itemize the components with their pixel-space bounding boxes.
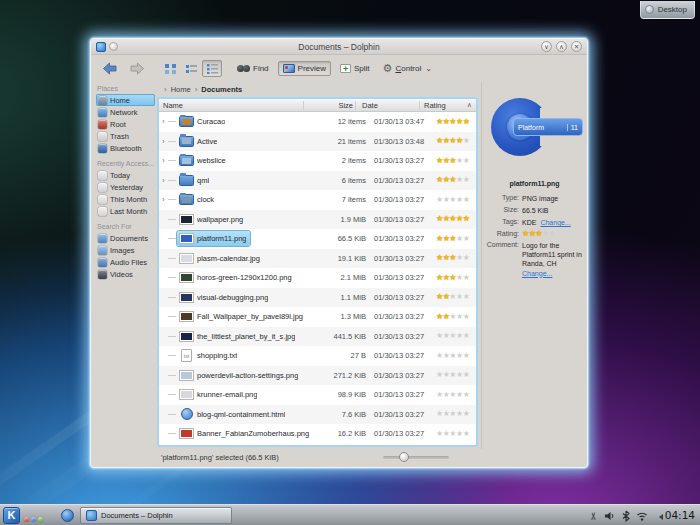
- star-empty-icon[interactable]: ★: [456, 332, 463, 340]
- expander-icon[interactable]: ›: [159, 196, 168, 203]
- sidebar-item-images[interactable]: Images: [96, 244, 155, 256]
- file-name-wrap[interactable]: webslice: [177, 153, 230, 168]
- column-header-size[interactable]: Size: [303, 101, 355, 110]
- rating-stars[interactable]: ★★★★★: [436, 254, 476, 262]
- sidebar-item-yesterday[interactable]: Yesterday: [96, 181, 155, 193]
- find-button[interactable]: Find: [233, 62, 273, 75]
- file-name-wrap[interactable]: Active: [177, 134, 221, 149]
- launcher-dot-red[interactable]: [24, 517, 29, 522]
- star-filled-icon[interactable]: ★: [443, 293, 450, 301]
- forward-button[interactable]: [126, 60, 149, 77]
- sidebar-item-trash[interactable]: Trash: [96, 130, 155, 142]
- sidebar-item-audio-files[interactable]: Audio Files: [96, 256, 155, 268]
- star-filled-icon[interactable]: ★: [443, 313, 450, 321]
- breadcrumb-item-home[interactable]: Home: [171, 85, 191, 94]
- change-tags-link[interactable]: Change...: [540, 218, 570, 227]
- star-empty-icon[interactable]: ★: [456, 391, 463, 399]
- star-filled-icon[interactable]: ★: [456, 118, 463, 126]
- star-empty-icon[interactable]: ★: [456, 235, 463, 243]
- star-empty-icon[interactable]: ★: [463, 254, 470, 262]
- star-empty-icon[interactable]: ★: [443, 430, 450, 438]
- sidebar-item-today[interactable]: Today: [96, 169, 155, 181]
- star-filled-icon[interactable]: ★: [463, 215, 470, 223]
- star-empty-icon[interactable]: ★: [436, 196, 443, 204]
- star-filled-icon[interactable]: ★: [449, 137, 456, 145]
- star-filled-icon[interactable]: ★: [436, 235, 443, 243]
- star-filled-icon[interactable]: ★: [436, 137, 443, 145]
- rating-stars[interactable]: ★★★★★: [436, 274, 476, 282]
- rating-stars[interactable]: ★★★★★: [436, 157, 476, 165]
- star-empty-icon[interactable]: ★: [449, 313, 456, 321]
- star-filled-icon[interactable]: ★: [436, 215, 443, 223]
- star-empty-icon[interactable]: ★: [443, 391, 450, 399]
- star-empty-icon[interactable]: ★: [436, 352, 443, 360]
- star-empty-icon[interactable]: ★: [463, 293, 470, 301]
- file-row[interactable]: krunner-email.png98.9 KiB01/30/13 03:27★…: [159, 385, 476, 405]
- star-empty-icon[interactable]: ★: [463, 352, 470, 360]
- column-header-name[interactable]: Name: [159, 101, 303, 110]
- star-empty-icon[interactable]: ★: [463, 176, 470, 184]
- star-empty-icon[interactable]: ★: [449, 430, 456, 438]
- bluetooth-icon[interactable]: [620, 510, 632, 522]
- file-row[interactable]: the_littlest_planet_by_it_s.jpg441.5 KiB…: [159, 327, 476, 347]
- column-header-date[interactable]: Date: [355, 101, 419, 110]
- file-row[interactable]: ›webslice2 items01/30/13 03:27★★★★★: [159, 151, 476, 171]
- rating-stars[interactable]: ★★★★★: [436, 313, 476, 321]
- maximize-button[interactable]: ∧: [556, 41, 567, 52]
- rating-stars[interactable]: ★★★★★: [436, 332, 476, 340]
- star-empty-icon[interactable]: ★: [443, 410, 450, 418]
- star-empty-icon[interactable]: ★: [463, 430, 470, 438]
- star-empty-icon[interactable]: ★: [449, 293, 456, 301]
- star-filled-icon[interactable]: ★: [436, 157, 443, 165]
- file-row[interactable]: ›clock7 items01/30/13 03:27★★★★★: [159, 190, 476, 210]
- star-empty-icon[interactable]: ★: [463, 157, 470, 165]
- file-row[interactable]: plasm-calendar.jpg19.1 KiB01/30/13 03:27…: [159, 249, 476, 269]
- file-row[interactable]: horos-green-1290x1200.png2.1 MiB01/30/13…: [159, 268, 476, 288]
- launcher-dot-green[interactable]: [38, 517, 43, 522]
- zoom-slider[interactable]: [383, 456, 449, 459]
- file-name-wrap[interactable]: the_littlest_planet_by_it_s.jpg: [177, 329, 299, 344]
- expander-icon[interactable]: ›: [159, 118, 168, 125]
- star-empty-icon[interactable]: ★: [549, 230, 556, 238]
- close-button[interactable]: ✕: [571, 41, 582, 52]
- file-name-wrap[interactable]: Banner_FabianZumoberhaus.png: [177, 426, 313, 441]
- file-row[interactable]: wallpaper.png1.9 MiB01/30/13 03:27★★★★★: [159, 210, 476, 230]
- sidebar-item-network[interactable]: Network: [96, 106, 155, 118]
- file-name-wrap[interactable]: txtshopping.txt: [177, 347, 241, 364]
- tray-expander-icon[interactable]: [659, 514, 663, 520]
- file-name-wrap[interactable]: krunner-email.png: [177, 387, 261, 402]
- column-header-rating[interactable]: Rating: [419, 101, 463, 110]
- sidebar-item-this-month[interactable]: This Month: [96, 193, 155, 205]
- star-empty-icon[interactable]: ★: [449, 371, 456, 379]
- star-filled-icon[interactable]: ★: [436, 254, 443, 262]
- taskbar-entry-dolphin[interactable]: Documents – Dolphin: [80, 507, 232, 524]
- breadcrumb-item-documents[interactable]: Documents: [201, 85, 242, 94]
- star-empty-icon[interactable]: ★: [449, 196, 456, 204]
- star-empty-icon[interactable]: ★: [436, 391, 443, 399]
- star-filled-icon[interactable]: ★: [449, 176, 456, 184]
- sidebar-item-last-month[interactable]: Last Month: [96, 205, 155, 217]
- star-empty-icon[interactable]: ★: [443, 371, 450, 379]
- rating-stars[interactable]: ★★★★★: [436, 371, 476, 379]
- file-row[interactable]: Fall_Wallpaper_by_pavel89l.jpg1.3 MiB01/…: [159, 307, 476, 327]
- file-name-wrap[interactable]: qml: [177, 173, 213, 188]
- preview-button[interactable]: Preview: [278, 61, 331, 76]
- star-empty-icon[interactable]: ★: [463, 410, 470, 418]
- desktop-toolbox-button[interactable]: Desktop: [640, 1, 695, 19]
- star-empty-icon[interactable]: ★: [463, 196, 470, 204]
- clipboard-scissors-icon[interactable]: ✂: [588, 510, 600, 522]
- rating-stars[interactable]: ★★★★★: [436, 352, 476, 360]
- file-name-wrap[interactable]: plasm-calendar.jpg: [177, 251, 264, 266]
- launcher-dot-blue[interactable]: [31, 517, 36, 522]
- star-empty-icon[interactable]: ★: [463, 313, 470, 321]
- sidebar-item-videos[interactable]: Videos: [96, 268, 155, 280]
- icons-view-button[interactable]: [160, 60, 180, 77]
- star-empty-icon[interactable]: ★: [449, 410, 456, 418]
- back-button[interactable]: [98, 60, 121, 77]
- star-empty-icon[interactable]: ★: [463, 137, 470, 145]
- file-name-wrap[interactable]: blog-qml-containment.html: [177, 406, 289, 422]
- star-empty-icon[interactable]: ★: [456, 157, 463, 165]
- star-filled-icon[interactable]: ★: [449, 215, 456, 223]
- star-empty-icon[interactable]: ★: [436, 332, 443, 340]
- star-filled-icon[interactable]: ★: [456, 215, 463, 223]
